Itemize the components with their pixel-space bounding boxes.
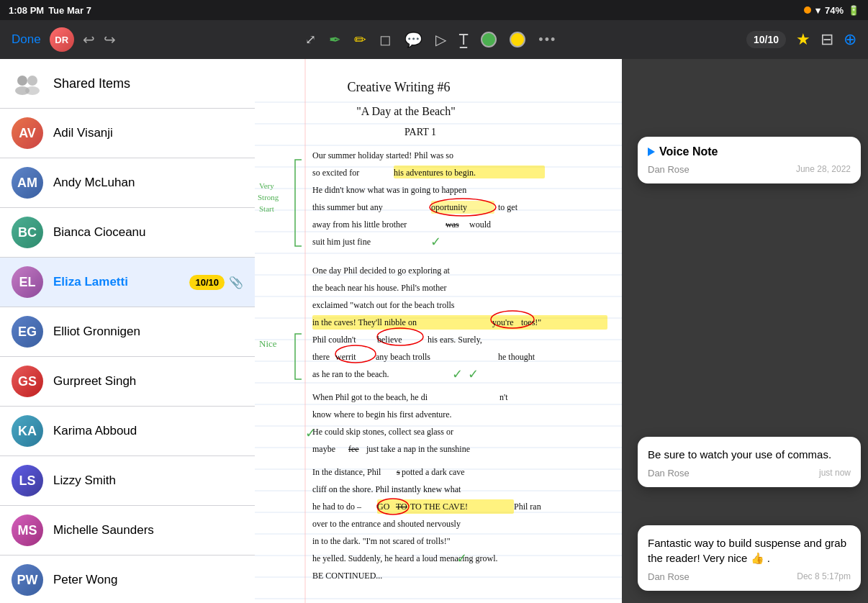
comment-text-2: Fantastic way to build suspense and grab…	[648, 535, 851, 566]
comment-card-2: Fantastic way to build suspense and grab…	[638, 525, 861, 591]
name-elliot: Elliot Gronnigen	[53, 325, 243, 339]
avatar-peter: PW	[12, 564, 43, 596]
svg-text:PART 1: PART 1	[404, 127, 436, 137]
voice-note-title: Voice Note	[648, 145, 851, 158]
comment-text-1: Be sure to watch your use of commas.	[648, 447, 851, 462]
comment-meta-1: Dan Rose just now	[648, 468, 851, 479]
svg-text:he thought: he thought	[498, 352, 535, 362]
play-icon[interactable]	[648, 148, 655, 156]
svg-text:In the distance, Phil: In the distance, Phil	[312, 467, 381, 477]
sidebar-item-karima[interactable]: KA Karima Abboud	[0, 407, 255, 456]
sidebar-item-gurpreet[interactable]: GS Gurpreet Singh	[0, 357, 255, 407]
svg-text:over to the entrance and shout: over to the entrance and shouted nervous…	[312, 519, 461, 529]
main-layout: Shared Items AV Adil Visanji AM Andy McL…	[0, 59, 868, 603]
share-icon[interactable]: ⊕	[844, 30, 856, 49]
shared-items-label: Shared Items	[53, 76, 243, 91]
sidebar-item-adil[interactable]: AV Adil Visanji	[0, 109, 255, 158]
svg-text:know where to begin his first : know where to begin his first adventure.	[312, 409, 452, 420]
color-yellow[interactable]	[510, 32, 525, 47]
sidebar-item-elliot[interactable]: EG Elliot Gronnigen	[0, 307, 255, 357]
toolbar-left: Done DR ↩ ↪	[12, 27, 116, 52]
comment-card-1: Be sure to watch your use of commas. Dan…	[638, 437, 861, 487]
sidebar-item-lizzy[interactable]: LS Lizzy Smith	[0, 456, 255, 506]
svg-text:✓: ✓	[452, 367, 463, 381]
svg-text:✓: ✓	[456, 551, 467, 566]
name-bianca: Bianca Cioceanu	[53, 225, 243, 240]
svg-text:was: was	[446, 219, 459, 230]
star-icon[interactable]: ★	[796, 30, 810, 49]
expand-icon[interactable]: ⤢	[305, 32, 316, 47]
comment-date-2: Dec 8 5:17pm	[797, 571, 851, 582]
name-eliza: Eliza Lametti	[53, 275, 189, 289]
svg-text:One day Phil decided to go exp: One day Phil decided to go exploring at	[312, 266, 451, 276]
svg-text:He didn't know what was in goi: He didn't know what was in going to happ…	[312, 185, 466, 195]
notebook-page: Creative Writing #6 "A Day at the Beach"…	[255, 59, 622, 603]
svg-point-3	[25, 86, 40, 95]
svg-text:to get: to get	[498, 202, 518, 212]
svg-text:believe: believe	[377, 335, 402, 345]
svg-text:his ears. Surely,: his ears. Surely,	[428, 335, 482, 345]
voice-note-meta: Dan Rose June 28, 2022	[648, 164, 851, 175]
play-tool[interactable]: ▷	[435, 31, 446, 48]
toolbar-right: 10/10 ★ ⊟ ⊕	[746, 30, 856, 49]
wifi-icon: ▾	[815, 5, 820, 16]
toolbar-center: ⤢ ✒ ✏ ◻ 💬 ▷ T̲ •••	[305, 31, 556, 48]
svg-text:as he ran to the beach.: as he ran to the beach.	[312, 369, 389, 379]
sidebar-item-eliza[interactable]: EL Eliza Lametti 10/10 📎	[0, 258, 255, 307]
comment-tool[interactable]: 💬	[404, 31, 422, 48]
voice-author: Dan Rose	[648, 164, 690, 175]
toolbar: Done DR ↩ ↪ ⤢ ✒ ✏ ◻ 💬 ▷ T̲ ••• 10/10 ★ ⊟…	[0, 20, 868, 59]
name-michelle: Michelle Saunders	[53, 523, 243, 538]
svg-text:in the caves! They'll nibble o: in the caves! They'll nibble on	[312, 317, 417, 327]
voice-date: June 28, 2022	[796, 164, 851, 175]
svg-text:you're: you're	[492, 317, 513, 327]
sidebar-item-bianca[interactable]: BC Bianca Cioceanu	[0, 208, 255, 258]
comment-author-1: Dan Rose	[648, 468, 690, 479]
name-lizzy: Lizzy Smith	[53, 473, 243, 488]
svg-text:Nice: Nice	[259, 338, 277, 349]
layers-icon[interactable]: ⊟	[820, 30, 833, 49]
redo-button[interactable]: ↪	[104, 31, 116, 48]
svg-text:any beach trolls: any beach trolls	[376, 352, 430, 362]
avatar-bianca: BC	[12, 217, 43, 248]
avatar-eliza: EL	[12, 266, 43, 298]
comment-meta-2: Dan Rose Dec 8 5:17pm	[648, 571, 851, 582]
eraser-tool[interactable]: ◻	[379, 31, 392, 48]
svg-text:this summer but any: this summer but any	[312, 202, 383, 212]
svg-text:just take a nap in the sunshin: just take a nap in the sunshine	[366, 444, 470, 454]
teacher-avatar[interactable]: DR	[50, 27, 74, 52]
undo-button[interactable]: ↩	[83, 31, 95, 48]
name-karima: Karima Abboud	[53, 424, 243, 438]
status-left: 1:08 PM Tue Mar 7	[9, 5, 91, 16]
comment-author-2: Dan Rose	[648, 571, 690, 582]
svg-text:would: would	[469, 219, 491, 230]
sidebar-item-peter[interactable]: PW Peter Wong	[0, 556, 255, 603]
sidebar-item-andy[interactable]: AM Andy McLuhan	[0, 158, 255, 208]
notebook-svg: Creative Writing #6 "A Day at the Beach"…	[255, 59, 622, 603]
svg-text:he had to do –: he had to do –	[312, 502, 362, 512]
pencil-tool[interactable]: ✏	[354, 31, 366, 48]
svg-text:away from his little brother: away from his little brother	[312, 219, 407, 230]
svg-text:Strong: Strong	[258, 193, 279, 201]
shared-icon	[12, 68, 43, 99]
pen-tool[interactable]: ✒	[329, 31, 341, 48]
svg-text:s: s	[397, 467, 400, 477]
svg-text:cliff on the shore. Phil insta: cliff on the shore. Phil instantly knew …	[312, 484, 461, 494]
svg-text:oportunity: oportunity	[431, 202, 467, 212]
more-dots[interactable]: •••	[538, 32, 556, 47]
svg-text:Very: Very	[259, 181, 274, 190]
avatar-elliot: EG	[12, 316, 43, 348]
svg-text:so excited for: so excited for	[312, 168, 359, 178]
text-tool[interactable]: T̲	[459, 31, 468, 48]
sidebar-item-shared[interactable]: Shared Items	[0, 59, 255, 109]
svg-text:TO: TO	[396, 502, 407, 512]
svg-text:n't: n't	[499, 392, 508, 402]
voice-note-card: Voice Note Dan Rose June 28, 2022	[638, 137, 861, 183]
svg-text:Phil ran: Phil ran	[514, 502, 541, 512]
done-button[interactable]: Done	[12, 32, 41, 47]
sidebar-item-michelle[interactable]: MS Michelle Saunders	[0, 506, 255, 556]
avatar-karima: KA	[12, 415, 43, 447]
svg-text:in to the dark. "I'm not scare: in to the dark. "I'm not scared of troll…	[312, 536, 451, 546]
color-green[interactable]	[481, 32, 497, 47]
name-andy: Andy McLuhan	[53, 176, 243, 190]
